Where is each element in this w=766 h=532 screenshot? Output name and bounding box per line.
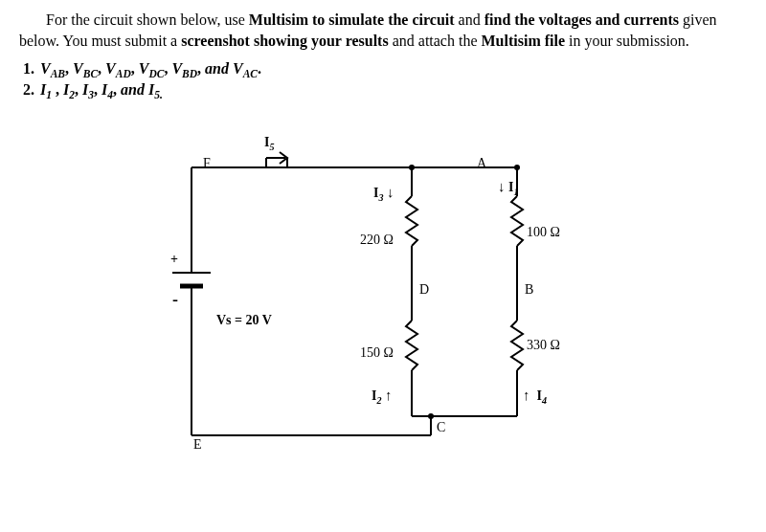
up-arrow-icon: ↑ (523, 388, 530, 403)
comma: , (52, 81, 63, 98)
circuit-diagram: F A B C D E + - Vs = 20 V 220 Ω 150 Ω 10… (19, 129, 747, 493)
i2-label: I2 ↑ (372, 388, 393, 406)
and-word: and (121, 81, 148, 98)
i3-label: I3 ↓ (373, 185, 394, 203)
question-1: 1. VAB, VBC, VAD, VDC, VBD, and VAC. (23, 60, 747, 79)
question-2: 2. I1 , I2, I3, I4, and I5. (23, 81, 747, 100)
node-a-label: A (477, 156, 486, 171)
and-word: and (205, 60, 233, 77)
problem-paragraph: For the circuit shown below, use Multisi… (19, 10, 747, 53)
comma: , (98, 60, 105, 77)
var-sub: 5. (154, 89, 163, 100)
text-part: in your submission. (569, 33, 689, 49)
svg-point-21 (514, 165, 520, 170)
text-bold: Multisim file (482, 33, 570, 49)
var-v: V (139, 60, 149, 77)
var-v: V (105, 60, 116, 77)
i1-label: ↓ I1 (498, 179, 519, 197)
comma: , (75, 81, 82, 98)
i4-label: ↑ I4 (523, 388, 547, 406)
var-v: V (40, 60, 51, 77)
var-sub: AC (243, 68, 258, 79)
comma: , (94, 81, 101, 98)
r330-label: 330 Ω (527, 338, 560, 353)
var-v: V (73, 60, 83, 77)
period: . (258, 60, 261, 77)
var-v: V (171, 60, 182, 77)
text-part: and attach the (389, 33, 482, 49)
comma: , (131, 60, 139, 77)
var-sub: BD (182, 68, 197, 79)
svg-point-20 (409, 165, 415, 170)
var-sub: BC (83, 68, 98, 79)
i1-sub: 1 (513, 187, 518, 197)
text-part: For the circuit shown below, use (46, 11, 249, 28)
i5-label: I5 (264, 135, 275, 152)
i5-sub: 5 (269, 142, 274, 152)
down-arrow-icon: ↓ (387, 185, 394, 200)
down-arrow-icon: ↓ (498, 179, 506, 194)
text-part: and (455, 11, 484, 28)
i3-sub: 3 (378, 192, 383, 203)
var-sub: AD (116, 68, 131, 79)
battery-minus-icon: - (172, 290, 178, 310)
i4-sub: 4 (542, 395, 547, 406)
node-c-label: C (437, 420, 445, 435)
text-bold: find the voltages and currents (484, 11, 679, 28)
circuit-svg (19, 129, 747, 483)
node-e-label: E (193, 437, 202, 453)
comma: , (65, 60, 73, 77)
list-number: 1. (23, 60, 40, 78)
comma: , (113, 81, 121, 98)
battery-plus-icon: + (170, 252, 178, 267)
var-sub: DC (148, 68, 164, 79)
var-sub: AB (51, 68, 65, 79)
comma: , (197, 60, 205, 77)
node-f-label: F (203, 156, 211, 171)
source-label: Vs = 20 V (216, 313, 272, 328)
text-bold: Multisim to simulate the circuit (249, 11, 455, 28)
text-bold: screenshot showing your results (181, 33, 388, 49)
svg-point-23 (428, 413, 434, 419)
r150-label: 150 Ω (360, 345, 394, 361)
list-number: 2. (23, 81, 40, 99)
r100-label: 100 Ω (527, 225, 560, 240)
i2-sub: 2 (376, 395, 381, 406)
r220-label: 220 Ω (360, 233, 394, 248)
var-v: V (233, 60, 243, 77)
node-d-label: D (419, 282, 429, 298)
up-arrow-icon: ↑ (385, 388, 393, 403)
node-b-label: B (525, 282, 533, 298)
